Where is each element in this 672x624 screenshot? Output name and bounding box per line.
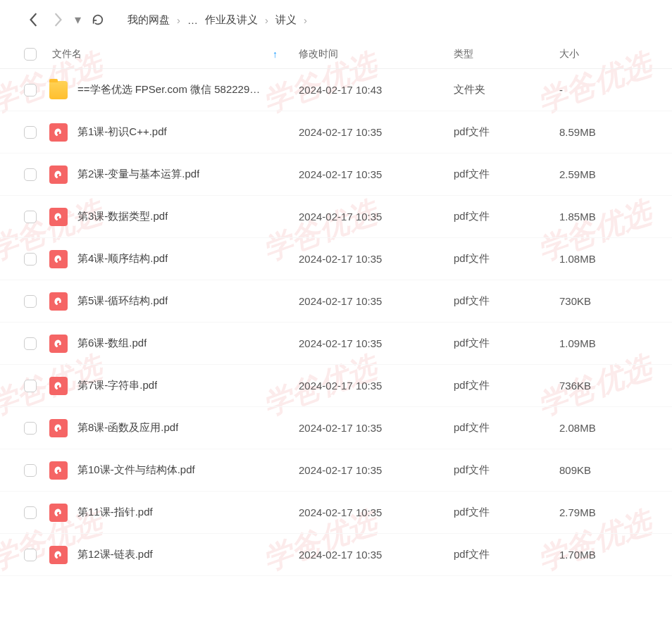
- table-header: 文件名 ↑ 修改时间 类型 大小: [0, 39, 672, 69]
- file-size: 2.08MB: [559, 422, 651, 434]
- file-name[interactable]: 第4课-顺序结构.pdf: [77, 252, 168, 266]
- file-type: pdf文件: [454, 463, 559, 477]
- file-type: pdf文件: [454, 294, 559, 308]
- table-row[interactable]: 第2课-变量与基本运算.pdf2024-02-17 10:35pdf文件2.59…: [0, 154, 672, 196]
- file-size: 809KB: [559, 464, 651, 476]
- file-size: -: [559, 84, 651, 96]
- file-name-cell: 第5课-循环结构.pdf: [49, 292, 299, 311]
- row-checkbox-cell: [24, 464, 49, 477]
- pdf-icon: [49, 123, 68, 142]
- column-header-name[interactable]: 文件名 ↑: [49, 48, 299, 61]
- table-row[interactable]: 第6课-数组.pdf2024-02-17 10:35pdf文件1.09MB: [0, 323, 672, 365]
- file-name-cell: 第11课-指针.pdf: [49, 504, 299, 522]
- row-checkbox[interactable]: [24, 506, 37, 519]
- file-size: 2.79MB: [559, 506, 651, 518]
- file-mtime: 2024-02-17 10:35: [299, 253, 454, 265]
- row-checkbox[interactable]: [24, 253, 37, 266]
- file-name-cell: 第8课-函数及应用.pdf: [49, 419, 299, 437]
- file-list: ==学爸优选 FPSer.com 微信 582229…2024-02-17 10…: [0, 69, 672, 576]
- row-checkbox-cell: [24, 422, 49, 435]
- forward-button[interactable]: [51, 13, 65, 27]
- file-size: 1.08MB: [559, 253, 651, 265]
- file-mtime: 2024-02-17 10:35: [299, 168, 454, 180]
- table-row[interactable]: 第5课-循环结构.pdf2024-02-17 10:35pdf文件730KB: [0, 280, 672, 323]
- folder-icon: [49, 81, 68, 99]
- file-name[interactable]: 第11课-指针.pdf: [77, 506, 153, 519]
- file-name[interactable]: 第8课-函数及应用.pdf: [77, 421, 178, 435]
- table-row[interactable]: 第8课-函数及应用.pdf2024-02-17 10:35pdf文件2.08MB: [0, 407, 672, 449]
- file-mtime: 2024-02-17 10:35: [299, 422, 454, 434]
- pdf-icon: [49, 166, 68, 184]
- table-row[interactable]: 第7课-字符串.pdf2024-02-17 10:35pdf文件736KB: [0, 365, 672, 407]
- row-checkbox-cell: [24, 126, 49, 139]
- file-mtime: 2024-02-17 10:35: [299, 126, 454, 138]
- file-type: pdf文件: [454, 337, 559, 350]
- row-checkbox[interactable]: [24, 464, 37, 477]
- file-type: pdf文件: [454, 210, 559, 223]
- breadcrumb-current[interactable]: 讲义: [275, 13, 297, 27]
- refresh-button[interactable]: [91, 13, 105, 27]
- column-header-size[interactable]: 大小: [559, 48, 651, 61]
- row-checkbox-cell: [24, 168, 49, 181]
- history-dropdown-icon[interactable]: ▾: [75, 12, 81, 27]
- file-name[interactable]: 第6课-数组.pdf: [77, 337, 147, 350]
- row-checkbox[interactable]: [24, 84, 37, 96]
- file-name[interactable]: 第1课-初识C++.pdf: [77, 125, 167, 139]
- table-row[interactable]: 第12课-链表.pdf2024-02-17 10:35pdf文件1.70MB: [0, 534, 672, 576]
- file-name[interactable]: 第10课-文件与结构体.pdf: [77, 463, 195, 477]
- file-type: pdf文件: [454, 548, 559, 561]
- row-checkbox[interactable]: [24, 126, 37, 139]
- pdf-icon: [49, 250, 68, 268]
- row-checkbox[interactable]: [24, 422, 37, 435]
- row-checkbox-cell: [24, 549, 49, 561]
- file-name-cell: 第3课-数据类型.pdf: [49, 208, 299, 226]
- row-checkbox[interactable]: [24, 168, 37, 181]
- table-row[interactable]: 第3课-数据类型.pdf2024-02-17 10:35pdf文件1.85MB: [0, 196, 672, 238]
- file-name[interactable]: 第2课-变量与基本运算.pdf: [77, 168, 199, 181]
- column-header-name-label: 文件名: [52, 48, 82, 61]
- back-button[interactable]: [27, 13, 41, 27]
- row-checkbox[interactable]: [24, 337, 37, 350]
- column-header-type[interactable]: 类型: [454, 48, 559, 61]
- file-type: pdf文件: [454, 421, 559, 435]
- file-name-cell: 第12课-链表.pdf: [49, 546, 299, 564]
- file-name[interactable]: ==学爸优选 FPSer.com 微信 582229…: [77, 83, 260, 96]
- breadcrumb-ellipsis[interactable]: …: [187, 14, 198, 26]
- file-type: pdf文件: [454, 252, 559, 266]
- row-checkbox[interactable]: [24, 549, 37, 561]
- file-name-cell: 第1课-初识C++.pdf: [49, 123, 299, 142]
- file-size: 1.85MB: [559, 211, 651, 223]
- file-name[interactable]: 第5课-循环结构.pdf: [77, 294, 168, 308]
- pdf-icon: [49, 419, 68, 437]
- file-name[interactable]: 第7课-字符串.pdf: [77, 379, 157, 392]
- file-name-cell: 第6课-数组.pdf: [49, 335, 299, 353]
- pdf-icon: [49, 208, 68, 226]
- file-type: pdf文件: [454, 379, 559, 392]
- row-checkbox[interactable]: [24, 211, 37, 223]
- toolbar: ▾ 我的网盘 › … 作业及讲义 › 讲义 ›: [0, 0, 672, 39]
- file-mtime: 2024-02-17 10:35: [299, 506, 454, 518]
- pdf-icon: [49, 335, 68, 353]
- file-size: 1.09MB: [559, 337, 651, 349]
- column-header-mtime[interactable]: 修改时间: [299, 48, 454, 61]
- table-row[interactable]: 第1课-初识C++.pdf2024-02-17 10:35pdf文件8.59MB: [0, 111, 672, 154]
- table-row[interactable]: 第10课-文件与结构体.pdf2024-02-17 10:35pdf文件809K…: [0, 449, 672, 492]
- chevron-right-icon: ›: [177, 14, 180, 26]
- file-mtime: 2024-02-17 10:35: [299, 549, 454, 561]
- chevron-right-icon: ›: [304, 14, 307, 26]
- table-row[interactable]: ==学爸优选 FPSer.com 微信 582229…2024-02-17 10…: [0, 69, 672, 111]
- row-checkbox-cell: [24, 253, 49, 266]
- breadcrumb-root[interactable]: 我的网盘: [127, 13, 170, 27]
- row-checkbox[interactable]: [24, 295, 37, 308]
- file-name-cell: ==学爸优选 FPSer.com 微信 582229…: [49, 81, 299, 99]
- file-name[interactable]: 第3课-数据类型.pdf: [77, 210, 168, 223]
- table-row[interactable]: 第11课-指针.pdf2024-02-17 10:35pdf文件2.79MB: [0, 492, 672, 534]
- file-mtime: 2024-02-17 10:35: [299, 464, 454, 476]
- table-row[interactable]: 第4课-顺序结构.pdf2024-02-17 10:35pdf文件1.08MB: [0, 238, 672, 280]
- breadcrumb-mid[interactable]: 作业及讲义: [205, 13, 258, 27]
- row-checkbox[interactable]: [24, 380, 37, 392]
- select-all-checkbox[interactable]: [24, 48, 37, 61]
- file-name-cell: 第4课-顺序结构.pdf: [49, 250, 299, 268]
- file-name[interactable]: 第12课-链表.pdf: [77, 548, 153, 561]
- file-type: pdf文件: [454, 506, 559, 519]
